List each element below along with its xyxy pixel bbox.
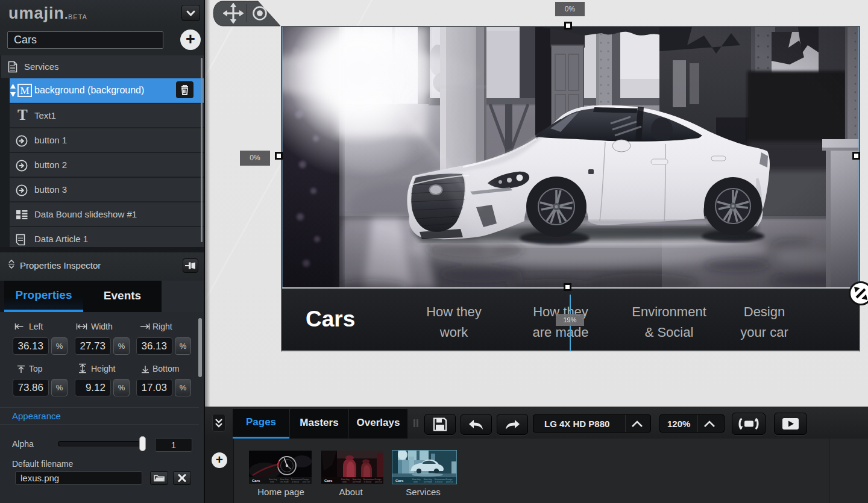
svg-text:& Social: & Social (292, 481, 299, 483)
svg-text:are made: are made (353, 481, 361, 483)
svg-text:your car: your car (375, 481, 383, 483)
svg-text:your car: your car (303, 481, 310, 483)
svg-text:Cars: Cars (252, 479, 260, 483)
svg-text:work: work (270, 481, 274, 483)
svg-text:are made: are made (280, 481, 289, 483)
svg-text:Cars: Cars (324, 479, 333, 483)
svg-text:work: work (342, 481, 347, 483)
svg-text:M: M (20, 85, 29, 96)
svg-text:& Social: & Social (364, 481, 371, 483)
